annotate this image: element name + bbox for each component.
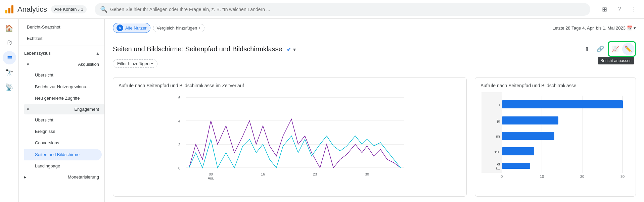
apps-icon-button[interactable]: ⊞ [598,3,610,15]
svg-rect-0 [5,10,7,13]
nav-home-icon[interactable]: 🏠 [3,21,16,35]
svg-rect-34 [502,147,534,155]
export-icon: ⬆ [585,45,590,53]
nav-explore-icon[interactable]: 🔭 [3,66,16,79]
line-chart-button[interactable]: 📈 [609,43,622,55]
sidebar-item-conversions[interactable]: Conversions [24,137,104,149]
line-chart-container: 6 4 2 0 09 16 23 30 Apr. [119,92,461,180]
dropdown-arrow-icon[interactable]: ▾ [293,47,296,52]
sidebar-section-lebenszyklus[interactable]: Lebenszyklus ▴ [19,47,104,59]
add-filter-button[interactable]: Filter hinzufügen + [113,59,157,68]
nav-realtime-icon[interactable]: ⏱ [3,36,16,50]
date-range-picker[interactable]: Letzte 28 Tage 4. Apr. bis 1. Mai 2023 📅… [552,26,636,31]
sidebar-item-neu-generierte[interactable]: Neu generierte Zugriffe [24,93,104,104]
content-title-bar: Seiten und Bildschirme: Seitenpfad und B… [105,37,644,59]
more-vert-icon-button[interactable]: ⋮ [628,3,640,15]
left-nav: 🏠 ⏱ 🔭 📡 [0,19,19,202]
edit-report-button[interactable]: ✏️ [622,43,634,55]
share-icon: 🔗 [597,45,604,53]
highlighted-actions: 📈 ✏️ Bericht anpassen [608,41,636,57]
nav-advertising-icon[interactable]: 📡 [3,81,16,94]
svg-rect-31 [502,100,623,108]
svg-rect-35 [502,163,530,169]
account-selector[interactable]: Alle Konten › 1 [51,5,87,13]
bar-chart-svg: 0 10 20 30 / je mi [480,92,630,180]
sidebar-item-ubersicht-eng[interactable]: Übersicht [24,114,104,126]
svg-text:16: 16 [261,172,265,176]
charts-area: Aufrufe nach Seitenpfad und Bildschirmkl… [105,72,644,202]
app-title: Analytics [17,5,47,14]
main-layout: 🏠 ⏱ 🔭 📡 Bericht-Snapshot Echtzeit Lebens… [0,19,644,202]
engagement-section: ▾ Engagement Übersicht Ereignisse Conver… [19,104,104,172]
share-button[interactable]: 🔗 [594,43,606,55]
bar-chart-container: 0 10 20 30 / je mi [480,92,630,180]
pencil-icon: ✏️ [625,45,632,53]
svg-text:30: 30 [365,172,369,176]
help-icon: ? [617,6,621,13]
topbar: Analytics Alle Konten › 1 🔍 ⊞ ? ⋮ [0,0,644,19]
sidebar-item-echtzeit[interactable]: Echtzeit [19,33,104,44]
svg-text:je: je [497,119,500,123]
pencil-area: ✏️ Bericht anpassen [622,43,634,55]
sidebar-item-landingpage[interactable]: Landingpage [24,160,104,172]
sidebar-item-bericht-snapshot[interactable]: Bericht-Snapshot [19,21,104,33]
svg-text:30: 30 [620,174,625,179]
title-actions: ⬆ 🔗 📈 ✏️ Bericht anpassen [581,41,636,57]
bericht-anpassen-tooltip: Bericht anpassen [598,57,634,64]
content-header: A Alle Nutzer Vergleich hinzufügen + Let… [105,19,644,37]
help-icon-button[interactable]: ? [613,3,625,15]
more-vert-icon: ⋮ [631,6,637,13]
add-compare-button[interactable]: Vergleich hinzufügen + [153,24,205,32]
sidebar: Bericht-Snapshot Echtzeit Lebenszyklus ▴… [19,19,105,202]
date-range-value: 4. Apr. bis 1. Mai 2023 [582,26,626,31]
svg-text:mi: mi [496,134,500,138]
chevron-down-icon: ▾ [634,26,636,31]
svg-text:09: 09 [209,172,213,176]
chevron-up-icon: ▴ [96,50,99,56]
search-input[interactable] [110,7,585,12]
svg-rect-1 [8,8,10,13]
search-bar[interactable]: 🔍 [95,3,590,16]
line-chart-title: Aufrufe nach Seitenpfad und Bildschirmkl… [119,83,461,88]
add-compare-label: Vergleich hinzufügen + [157,26,201,31]
svg-text:0: 0 [501,174,503,179]
svg-rect-33 [502,132,554,140]
account-label: Alle Konten [54,7,77,12]
bar-chart-card: Aufrufe nach Seitenpfad und Bildschirmkl… [475,77,636,197]
content-area: A Alle Nutzer Vergleich hinzufügen + Let… [105,19,644,202]
sidebar-section-engagement[interactable]: ▾ Engagement [24,104,104,114]
svg-text:i...: i... [496,166,500,170]
calendar-icon: 📅 [627,26,632,31]
svg-rect-32 [502,116,558,124]
export-button[interactable]: ⬆ [581,43,593,55]
sidebar-item-seiten-bildschirme[interactable]: Seiten und Bildschirme [24,149,102,160]
line-chart-svg: 6 4 2 0 09 16 23 30 Apr. [119,92,461,180]
date-label: Letzte 28 Tage [552,26,581,31]
svg-text:6: 6 [178,96,180,100]
svg-text:10: 10 [540,174,544,179]
search-icon: 🔍 [100,6,107,13]
apps-grid-icon: ⊞ [602,6,607,13]
sidebar-divider-1 [19,46,104,46]
add-filter-label: Filter hinzufügen + [117,61,153,66]
chevron-right-icon: › [78,7,80,12]
segment-pill[interactable]: A Alle Nutzer [113,23,150,33]
engagement-arrow: ▾ [27,107,29,112]
akquisition-arrow: ▾ [27,62,29,67]
akquisition-section: ▾ Akquisition Übersicht Bericht zur Nutz… [19,59,104,104]
page-title: Seiten und Bildschirme: Seitenpfad und B… [113,45,296,53]
line-chart-card: Aufrufe nach Seitenpfad und Bildschirmkl… [113,77,467,197]
sidebar-section-akquisition[interactable]: ▾ Akquisition [24,59,104,69]
sidebar-item-ubersicht-akq[interactable]: Übersicht [24,69,104,81]
svg-text:23: 23 [313,172,317,176]
topbar-actions: ⊞ ? ⋮ [598,3,640,15]
svg-text:Apr.: Apr. [208,176,214,180]
sidebar-item-ereignisse[interactable]: Ereignisse [24,126,104,137]
line-chart-icon: 📈 [612,45,619,53]
svg-text:2: 2 [178,143,180,147]
nav-reports-icon[interactable] [3,51,16,64]
sidebar-item-nutzergewinnung[interactable]: Bericht zur Nutzergewinnu... [24,81,104,93]
sidebar-section-monetarisierung[interactable]: ▸ Monetarisierung [19,172,104,182]
svg-text:0: 0 [178,166,180,170]
svg-text:20: 20 [580,174,584,179]
